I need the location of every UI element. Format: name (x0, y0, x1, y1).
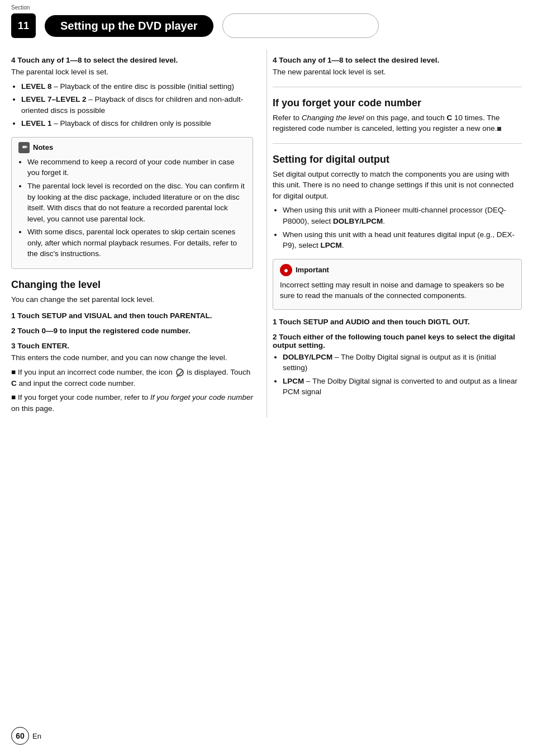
step4r-body: The new parental lock level is set. (273, 67, 522, 78)
forget-body: Refer to Changing the level on this page… (273, 112, 522, 134)
changing-level-heading: Changing the level (11, 279, 253, 291)
digital-output-heading: Setting for digital output (273, 154, 522, 166)
lang-label: En (32, 732, 41, 740)
list-item: With some discs, parental lock operates … (27, 226, 246, 259)
page-number: 60 (11, 727, 29, 745)
header-right-decoration (222, 13, 379, 38)
no-icon (176, 368, 184, 376)
step3-body: This enters the code number, and you can… (11, 352, 253, 363)
note1-post: and input the correct code number. (17, 379, 135, 388)
page-footer: 60 En (11, 727, 41, 745)
changing-step2-heading: 2 Touch 0—9 to input the registered code… (11, 327, 253, 335)
level1-desc: – Playback of discs for children only is… (52, 119, 211, 127)
digital-step1-heading: 1 Touch SETUP and AUDIO and then touch D… (273, 318, 522, 326)
important-icon: ● (280, 264, 292, 276)
digital-step2-heading: 2 Touch either of the following touch pa… (273, 333, 522, 349)
page-header: Section 11 Setting up the DVD player (0, 0, 533, 38)
dolby-label: DOLBY/LPCM (333, 217, 383, 225)
step4-body: The parental lock level is set. (11, 67, 253, 78)
level8-desc: – Playback of the entire disc is possibl… (52, 82, 234, 91)
level8-label: LEVEL 8 (21, 82, 52, 91)
notes-box: ✏ Notes We recommend to keep a record of… (11, 137, 253, 269)
list-item: LPCM – The Dolby Digital signal is conve… (283, 376, 522, 398)
step4-heading: 4 Touch any of 1—8 to select the desired… (11, 56, 253, 64)
right-column: 4 Touch any of 1—8 to select the desired… (266, 49, 522, 417)
forget-bold: C (447, 114, 453, 122)
step4r-heading: 4 Touch any of 1—8 to select the desired… (273, 56, 522, 64)
end-block (497, 127, 501, 131)
note-icon: ✏ (18, 142, 30, 153)
notes-list: We recommend to keep a record of your co… (27, 157, 246, 259)
dolby-pre: When using this unit with a Pioneer mult… (283, 206, 506, 225)
changing-step1-heading: 1 Touch SETUP and VISUAL and then touch … (11, 311, 253, 320)
forget-body1: Refer to (273, 114, 302, 122)
notes-title: ✏ Notes (18, 142, 246, 153)
note1-mid: is displayed. Touch (185, 368, 251, 376)
changing-level-body: You can change the set parental lock lev… (11, 294, 253, 305)
important-box: ● Important Incorrect setting may result… (273, 259, 522, 310)
bullet-char2: ■ (11, 393, 18, 401)
list-item: When using this unit with a head unit fe… (283, 229, 522, 251)
forget-body2: on this page, and touch (364, 114, 447, 122)
levels-list: LEVEL 8 – Playback of the entire disc is… (21, 81, 253, 129)
section-number: 11 (11, 13, 36, 38)
list-item: When using this unit with a Pioneer mult… (283, 205, 522, 226)
digital-output-body: Set digital output correctly to match th… (273, 169, 522, 202)
important-body: Incorrect setting may result in noise an… (280, 280, 515, 301)
note2-italic: If you forget your code number (150, 393, 253, 401)
important-label: Important (296, 266, 329, 274)
level72-label: LEVEL 7–LEVEL 2 (21, 95, 87, 103)
forget-italic: Changing the level (302, 114, 364, 122)
section-title: Setting up the DVD player (45, 15, 213, 37)
changing-step3-heading: 3 Touch ENTER. (11, 342, 253, 350)
list-item: LEVEL 7–LEVEL 2 – Playback of discs for … (21, 94, 253, 116)
divider2 (273, 143, 522, 144)
forget-heading: If you forget your code number (273, 97, 522, 109)
lpcm-label2: LPCM (283, 377, 304, 385)
note1-pre: If you input an incorrect code number, t… (18, 368, 175, 376)
main-content: 4 Touch any of 1—8 to select the desired… (0, 38, 533, 417)
digital-step2-list: DOLBY/LPCM – The Dolby Digital signal is… (283, 352, 522, 398)
list-item: The parental lock level is recorded on t… (27, 181, 246, 224)
divider (273, 87, 522, 87)
dolby-post: . (383, 217, 385, 225)
lpcm-post: . (342, 241, 344, 249)
left-column: 4 Touch any of 1—8 to select the desired… (11, 49, 266, 417)
important-title: ● Important (280, 264, 515, 276)
section-label: Section (11, 4, 30, 11)
dolby-lpcm-label: DOLBY/LPCM (283, 353, 332, 361)
bullet-char: ■ (11, 368, 18, 376)
list-item: LEVEL 1 – Playback of discs for children… (21, 118, 253, 129)
step3-note1: ■ If you input an incorrect code number,… (11, 367, 253, 389)
level1-label: LEVEL 1 (21, 119, 52, 127)
lpcm-desc: – The Dolby Digital signal is converted … (283, 377, 517, 396)
note2-pre: If you forget your code number, refer to (18, 393, 150, 401)
list-item: We recommend to keep a record of your co… (27, 157, 246, 178)
note1-bold: C (11, 379, 17, 388)
list-item: LEVEL 8 – Playback of the entire disc is… (21, 81, 253, 92)
step3-note2: ■ If you forget your code number, refer … (11, 392, 253, 414)
list-item: DOLBY/LPCM – The Dolby Digital signal is… (283, 352, 522, 374)
digital-bullets-list: When using this unit with a Pioneer mult… (283, 205, 522, 251)
note2-post: on this page. (11, 404, 54, 413)
lpcm-pre: When using this unit with a head unit fe… (283, 230, 515, 250)
lpcm-label: LPCM (321, 241, 342, 249)
